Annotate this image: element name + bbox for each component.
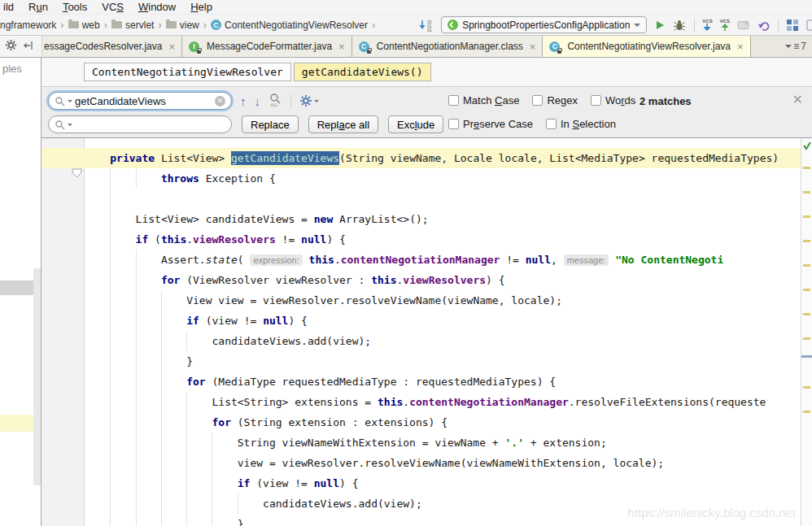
stripe-mark-warning[interactable] — [803, 191, 810, 193]
code-line[interactable]: } — [85, 351, 801, 372]
replace-all-button[interactable]: Replace all — [308, 115, 378, 133]
stripe-mark-warning[interactable] — [803, 264, 810, 267]
menu-item-vcs[interactable]: VCS — [94, 1, 131, 13]
checkbox-match-case[interactable] — [448, 95, 459, 106]
code-area[interactable]: private List<View> getCandidateViews(Str… — [85, 138, 801, 526]
project-panel-scrollbar[interactable] — [33, 268, 41, 485]
stripe-mark-warning[interactable] — [803, 167, 810, 169]
code-line[interactable]: List<View> candidateViews = new ArrayLis… — [85, 209, 801, 229]
code-line[interactable]: view = viewResolver.resolveViewName(view… — [85, 453, 801, 473]
exclude-button[interactable]: Exclude — [388, 115, 443, 133]
code-line[interactable] — [85, 189, 801, 209]
replace-input[interactable] — [75, 119, 225, 131]
code-line[interactable]: throws Exception { — [85, 168, 801, 189]
code-line[interactable]: if (this.viewResolvers != null) { — [85, 229, 801, 250]
code-line[interactable]: private List<View> getCandidateViews(Str… — [85, 148, 801, 168]
code-line[interactable]: candidateViews.add(view); — [85, 331, 801, 351]
checkbox-preserve-case[interactable] — [448, 119, 459, 129]
tab-contentnegotiationmanager-class[interactable]: CContentNegotiationManager.class× — [352, 36, 544, 57]
checkbox-label[interactable]: Match Case — [463, 94, 519, 107]
find-all-button[interactable]: ALL — [268, 93, 282, 109]
menu-item-help[interactable]: Help — [183, 1, 220, 13]
code-line[interactable]: String viewNameWithExtension = viewName … — [85, 433, 801, 453]
inspections-ok-check-icon[interactable] — [802, 141, 812, 153]
tab-essagecodesresolver-java[interactable]: essageCodesResolver.java× — [42, 36, 182, 57]
stripe-mark-warning[interactable] — [803, 313, 810, 315]
checkbox-label[interactable]: Words — [605, 94, 635, 107]
shelve-changes-icon-disabled[interactable] — [737, 17, 750, 33]
code-line[interactable]: if (view != null) { — [85, 473, 801, 493]
stripe-mark-warning[interactable] — [803, 289, 810, 291]
crumb-getcandidateviews[interactable]: getCandidateViews() — [294, 63, 431, 81]
breadcrumb-item-servlet[interactable]: servlet — [111, 20, 154, 31]
replace-button[interactable]: Replace — [242, 115, 299, 133]
checkbox-label[interactable]: In Selection — [561, 118, 616, 130]
search-settings-gear-icon[interactable] — [299, 94, 319, 107]
tab-contentnegotiatingviewresolver-java[interactable]: CContentNegotiatingViewResolver.java× — [543, 36, 750, 57]
menu-item-ild[interactable]: ild — [2, 1, 21, 13]
project-panel[interactable]: ples — [0, 58, 41, 526]
fold-marker-icon[interactable] — [72, 168, 82, 180]
stripe-mark-warning[interactable] — [803, 411, 810, 413]
gear-icon[interactable] — [5, 39, 17, 54]
previous-occurrence-button[interactable]: ↑ — [240, 95, 247, 107]
chevron-down-icon[interactable] — [68, 124, 72, 126]
stripe-mark-warning[interactable] — [803, 337, 810, 340]
checkbox-label[interactable]: Preserve Case — [463, 118, 533, 130]
crumb-contentnegotiatingviewresolver[interactable]: ContentNegotiatingViewResolver — [84, 63, 291, 81]
stripe-mark-warning[interactable] — [803, 386, 810, 389]
menu-item-tools[interactable]: Tools — [55, 1, 94, 13]
indent — [85, 514, 110, 526]
run-configuration-select[interactable]: SpringbootPropertiesConfigApplication — [441, 16, 647, 33]
code-line[interactable]: if (view != null) { — [85, 311, 801, 331]
indent-guide — [110, 290, 135, 311]
stripe-scroll-position[interactable] — [801, 355, 812, 358]
code-line[interactable]: List<String> extensions = this.contentNe… — [85, 392, 801, 412]
code-line[interactable]: candidateViews.add(view); — [85, 493, 801, 514]
tab-messagecodeformatter-java[interactable]: IMessageCodeFormatter.java× — [182, 36, 352, 57]
close-icon[interactable]: × — [737, 41, 744, 52]
tab-overflow-button[interactable]: ≡ 7 — [779, 36, 812, 57]
code-line[interactable]: for (String extension : extensions) { — [85, 412, 801, 433]
checkbox-label[interactable]: Regex — [547, 94, 578, 107]
stripe-mark-warning[interactable] — [803, 240, 810, 242]
breadcrumb-item-contentnegotiatingviewresolver[interactable]: CContentNegotiatingViewResolver — [211, 20, 368, 31]
chevron-down-icon[interactable] — [68, 100, 72, 102]
search-field[interactable]: ✕ — [48, 92, 232, 110]
next-occurrence-button[interactable]: ↓ — [255, 95, 261, 107]
code-line[interactable]: Assert.state( expression: this.contentNe… — [85, 250, 801, 270]
structure-grid-icon[interactable] — [786, 17, 799, 33]
rollback-button[interactable] — [757, 17, 771, 33]
close-icon[interactable]: × — [168, 41, 175, 52]
replace-field[interactable] — [48, 115, 232, 133]
code-line[interactable]: View view = viewResolver.resolveViewName… — [85, 290, 801, 311]
editor-gutter[interactable] — [41, 138, 85, 526]
clipped-toolbar-icon[interactable] — [806, 20, 812, 31]
menu-item-window[interactable]: Window — [131, 1, 183, 13]
search-icon — [55, 120, 65, 130]
stripe-mark-warning[interactable] — [803, 215, 810, 218]
breadcrumb-item-view[interactable]: view — [166, 20, 199, 31]
clear-search-icon[interactable]: ✕ — [215, 96, 225, 107]
code-editor[interactable]: private List<View> getCandidateViews(Str… — [41, 138, 812, 526]
run-button[interactable] — [654, 17, 666, 33]
checkbox-regex[interactable] — [532, 95, 543, 106]
code-line[interactable]: } — [85, 514, 801, 526]
vcs-commit-button[interactable]: VCS — [720, 17, 730, 33]
vcs-update-button[interactable]: VCS — [702, 17, 712, 33]
close-icon[interactable]: × — [338, 41, 345, 52]
sync-sources-icon[interactable]: 100101 — [418, 17, 434, 33]
code-line[interactable]: for (ViewResolver viewResolver : this.vi… — [85, 270, 801, 290]
checkbox-in-selection[interactable] — [546, 119, 557, 129]
error-stripe-scrollbar[interactable] — [801, 138, 812, 526]
close-icon[interactable]: × — [530, 41, 536, 52]
breadcrumb-item-ngframework[interactable]: ngframework — [0, 20, 56, 31]
close-search-icon[interactable]: ✕ — [792, 92, 803, 107]
menu-item-run[interactable]: Run — [21, 1, 55, 13]
code-line[interactable]: for (MediaType requestedMediaType : requ… — [85, 372, 801, 392]
hide-panel-icon[interactable] — [23, 40, 34, 54]
breadcrumb-item-web[interactable]: web — [68, 20, 100, 31]
debug-button[interactable] — [673, 17, 687, 33]
checkbox-words[interactable] — [591, 95, 601, 106]
search-input[interactable] — [75, 95, 212, 107]
